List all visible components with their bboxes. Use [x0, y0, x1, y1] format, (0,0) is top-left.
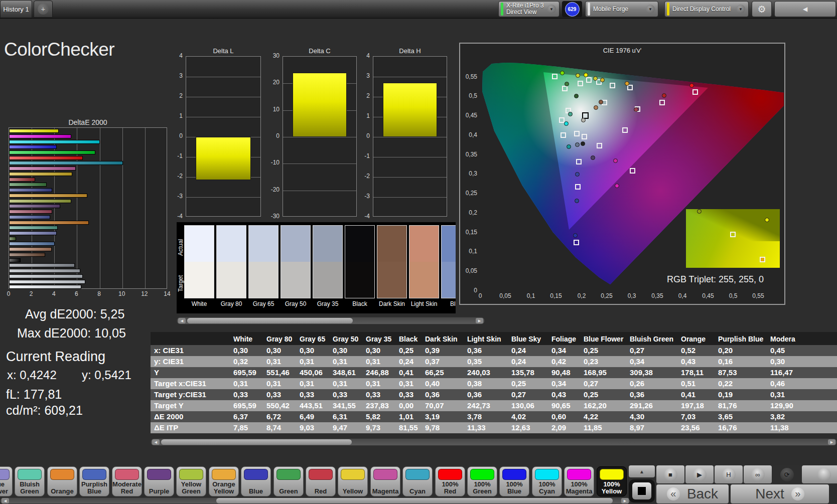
scroll-left-icon[interactable]: ◀ — [178, 318, 186, 323]
stop-square-icon — [638, 487, 646, 495]
patch-button-label: Red — [306, 488, 335, 495]
refresh-button[interactable]: ⟳ — [773, 465, 801, 483]
table-cell: 0,33 — [230, 389, 263, 400]
patch-button-label: Green — [274, 488, 303, 495]
table-scrollbar[interactable]: ◀ ▶ — [151, 438, 837, 446]
table-cell: 81,76 — [715, 400, 767, 411]
cie-xtick: 0,2 — [573, 292, 591, 299]
patch-button-yellow-green[interactable]: Yellow Green — [176, 466, 206, 496]
table-cell: 0,33 — [263, 389, 296, 400]
swatch-scroll-thumb[interactable] — [187, 318, 353, 323]
scroll-right-icon[interactable]: ▶ — [828, 439, 835, 445]
table-cell: 0,16 — [715, 356, 767, 367]
patch-button-100-green[interactable]: 100% Green — [467, 466, 497, 496]
back-button[interactable]: « Back — [656, 484, 729, 503]
patch-color-swatch — [309, 469, 333, 480]
cie1976-panel: CIE 1976 u'v' — [459, 43, 785, 305]
cie-target-square — [578, 81, 583, 86]
patch-button-bluish-green[interactable]: Bluish Green — [15, 466, 45, 496]
add-tab-button[interactable]: + — [34, 1, 53, 18]
patch-button-100-magenta[interactable]: 100% Magenta — [564, 466, 594, 496]
swatch-label: Gray 50 — [279, 300, 312, 307]
meter-status-bar — [501, 3, 503, 16]
patch-button-blue-flower[interactable]: Blue Flower — [0, 466, 13, 496]
patch-color-swatch — [373, 469, 397, 480]
patch-button-green[interactable]: Green — [273, 466, 304, 496]
pattern-button[interactable]: H — [715, 465, 743, 483]
deltae-bar — [9, 274, 83, 278]
meter-dropdown[interactable]: X-Rite i1Pro 3Direct View ▼ — [498, 1, 560, 17]
patch-button-purple[interactable]: Purple — [144, 466, 174, 496]
scroll-left-icon[interactable]: ◀ — [152, 439, 160, 445]
deltae-bar — [9, 161, 123, 165]
scroll-left-icon[interactable]: ◀ — [2, 498, 9, 503]
loop-button[interactable]: ∞ — [744, 465, 772, 483]
cie-xtick: 0,25 — [598, 292, 616, 299]
swatch-scrollbar[interactable]: ◀ ▶ — [177, 317, 485, 324]
patch-button-label: 100% Red — [436, 481, 465, 495]
patch-button-100-blue[interactable]: 100% Blue — [499, 466, 529, 496]
patch-button-purplish-blue[interactable]: Purplish Blue — [79, 466, 109, 496]
collapse-panel-button[interactable]: ◀ — [774, 1, 836, 17]
deltae-bar — [9, 215, 50, 219]
patch-button-magenta[interactable]: Magenta — [370, 466, 400, 496]
deltae-bar — [9, 178, 35, 182]
table-cell: 4,22 — [580, 411, 626, 422]
patch-scrollbar[interactable]: ◀ ▶ — [0, 497, 630, 504]
table-cell: 0,00 — [395, 400, 422, 411]
scroll-right-icon[interactable]: ▶ — [621, 498, 629, 503]
workflow-dropdown[interactable]: Direct Display Control ▼ — [664, 1, 749, 17]
table-cell: 0,20 — [715, 345, 767, 356]
cie-target-square — [552, 74, 557, 79]
reading-y: y: 0,5421 — [82, 368, 131, 382]
history-tab[interactable]: History 1 — [0, 0, 32, 18]
table-corner-cell — [151, 332, 230, 345]
target-row-label: Target — [177, 265, 184, 301]
patch-scroll-thumb[interactable] — [216, 498, 613, 503]
gear-icon: ⚙ — [757, 4, 766, 15]
patch-button-orange[interactable]: Orange — [47, 466, 77, 496]
deltae-bar — [9, 134, 71, 138]
scroll-right-icon[interactable]: ▶ — [476, 318, 483, 323]
patch-button-yellow[interactable]: Yellow — [338, 466, 368, 496]
patch-button-moderate-red[interactable]: Moderate Red — [112, 466, 142, 496]
table-cell: 0,31 — [767, 389, 837, 400]
patch-button-red[interactable]: Red — [306, 466, 336, 496]
patch-button-label: 100% Yellow — [597, 481, 626, 495]
next-button[interactable]: Next » — [731, 484, 829, 503]
source-dropdown[interactable]: Mobile Forge ▼ — [585, 1, 658, 17]
table-cell: 9,03 — [296, 422, 329, 433]
record-button[interactable] — [802, 465, 837, 483]
table-cell: 0,30 — [329, 345, 362, 356]
table-cell: 8,74 — [263, 422, 296, 433]
swatch-label: Blue — [440, 300, 456, 307]
table-cell: 7,03 — [677, 411, 715, 422]
patch-button-cyan[interactable]: Cyan — [402, 466, 433, 496]
actual-row-label: Actual — [177, 229, 184, 265]
cie-xtick: 0,3 — [623, 292, 641, 299]
patch-button-100-red[interactable]: 100% Red — [435, 466, 465, 496]
patch-button-blue[interactable]: Blue — [241, 466, 271, 496]
table-scroll-thumb[interactable] — [161, 439, 352, 445]
stop-pattern-button[interactable] — [629, 479, 655, 502]
patch-button-100-cyan[interactable]: 100% Cyan — [532, 466, 562, 496]
pattern-up-button[interactable]: ▲ — [629, 465, 655, 477]
cie-ytick: 0,2 — [460, 209, 477, 216]
deltae-bar — [9, 166, 76, 171]
tick-label: -2 — [355, 173, 370, 180]
cie-measured-dot — [575, 172, 580, 177]
tick-label: 8 — [94, 290, 104, 297]
play-button[interactable]: ▶ — [685, 465, 714, 483]
patch-button-orange-yellow[interactable]: Orange Yellow — [209, 466, 239, 496]
swatch-pair — [185, 226, 214, 298]
settings-button[interactable]: ⚙ — [752, 1, 772, 17]
table-cell: 0,25 — [580, 345, 626, 356]
table-cell: 0,30 — [263, 345, 296, 356]
cie-measured-dot — [576, 73, 580, 78]
stop-button[interactable]: ■ — [656, 465, 684, 483]
swatch-actual — [409, 226, 439, 262]
patch-button-100-yellow[interactable]: 100% Yellow — [597, 466, 627, 496]
cie-measured-dot — [568, 112, 573, 116]
deltae-bar — [9, 242, 55, 246]
swatch-label: Gray 65 — [247, 300, 280, 307]
